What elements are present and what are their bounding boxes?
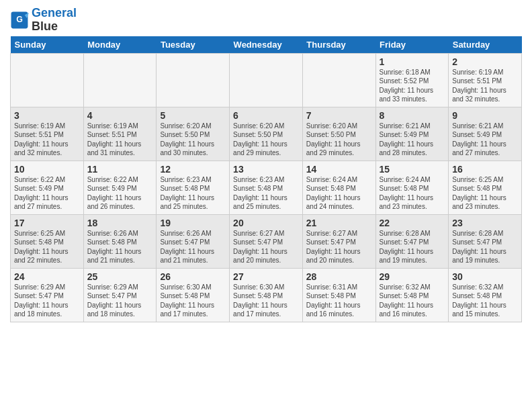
day-cell: 2Sunrise: 6:19 AM Sunset: 5:51 PM Daylig… [449,53,522,107]
day-number: 15 [380,164,445,175]
logo-icon: G [10,11,29,30]
day-info: Sunrise: 6:29 AM Sunset: 5:47 PM Dayligh… [87,283,153,319]
day-cell: 14Sunrise: 6:24 AM Sunset: 5:48 PM Dayli… [302,161,375,214]
logo: G General Blue [10,7,77,34]
day-number: 18 [87,218,153,228]
day-info: Sunrise: 6:20 AM Sunset: 5:50 PM Dayligh… [233,122,299,158]
day-cell: 20Sunrise: 6:27 AM Sunset: 5:47 PM Dayli… [230,214,303,268]
day-number: 21 [306,218,372,228]
day-info: Sunrise: 6:32 AM Sunset: 5:48 PM Dayligh… [452,283,518,319]
day-number: 25 [87,271,153,282]
day-info: Sunrise: 6:19 AM Sunset: 5:51 PM Dayligh… [87,122,153,158]
day-cell: 24Sunrise: 6:29 AM Sunset: 5:47 PM Dayli… [11,268,84,322]
day-cell: 18Sunrise: 6:26 AM Sunset: 5:48 PM Dayli… [83,214,157,268]
day-info: Sunrise: 6:24 AM Sunset: 5:48 PM Dayligh… [306,175,372,212]
day-number: 10 [14,164,80,175]
day-number: 1 [380,56,445,67]
day-number: 29 [380,271,445,282]
day-info: Sunrise: 6:18 AM Sunset: 5:52 PM Dayligh… [380,68,445,104]
day-info: Sunrise: 6:32 AM Sunset: 5:48 PM Dayligh… [380,283,445,319]
day-info: Sunrise: 6:22 AM Sunset: 5:49 PM Dayligh… [87,175,153,212]
week-row-2: 10Sunrise: 6:22 AM Sunset: 5:49 PM Dayli… [11,161,522,214]
week-row-1: 3Sunrise: 6:19 AM Sunset: 5:51 PM Daylig… [11,107,522,161]
day-info: Sunrise: 6:21 AM Sunset: 5:49 PM Dayligh… [380,122,445,158]
day-info: Sunrise: 6:26 AM Sunset: 5:48 PM Dayligh… [87,229,153,265]
day-info: Sunrise: 6:29 AM Sunset: 5:47 PM Dayligh… [14,283,80,319]
day-info: Sunrise: 6:23 AM Sunset: 5:48 PM Dayligh… [233,175,299,212]
day-cell [230,53,303,107]
header-tuesday: Tuesday [157,36,230,54]
day-info: Sunrise: 6:19 AM Sunset: 5:51 PM Dayligh… [452,68,518,104]
day-cell [83,53,157,107]
day-cell: 11Sunrise: 6:22 AM Sunset: 5:49 PM Dayli… [83,161,157,214]
day-info: Sunrise: 6:19 AM Sunset: 5:51 PM Dayligh… [14,122,80,158]
day-cell: 23Sunrise: 6:28 AM Sunset: 5:47 PM Dayli… [449,214,522,268]
day-number: 11 [87,164,153,175]
day-cell: 29Sunrise: 6:32 AM Sunset: 5:48 PM Dayli… [375,268,449,322]
day-cell: 17Sunrise: 6:25 AM Sunset: 5:48 PM Dayli… [11,214,84,268]
calendar-page: G General Blue SundayMondayTuesdayWednes… [0,0,532,329]
day-number: 28 [306,271,372,282]
day-number: 30 [452,271,518,282]
day-cell: 7Sunrise: 6:20 AM Sunset: 5:50 PM Daylig… [302,107,375,161]
header-row-days: SundayMondayTuesdayWednesdayThursdayFrid… [11,36,522,54]
day-cell: 16Sunrise: 6:25 AM Sunset: 5:48 PM Dayli… [449,161,522,214]
header-monday: Monday [83,36,157,54]
day-number: 9 [452,110,518,121]
day-cell: 22Sunrise: 6:28 AM Sunset: 5:47 PM Dayli… [375,214,449,268]
day-info: Sunrise: 6:26 AM Sunset: 5:47 PM Dayligh… [160,229,226,265]
day-info: Sunrise: 6:20 AM Sunset: 5:50 PM Dayligh… [306,122,372,158]
calendar-header: SundayMondayTuesdayWednesdayThursdayFrid… [11,36,522,54]
day-number: 19 [160,218,226,228]
day-number: 3 [14,110,80,121]
day-number: 14 [306,164,372,175]
day-cell: 5Sunrise: 6:20 AM Sunset: 5:50 PM Daylig… [157,107,230,161]
header-row: G General Blue [10,7,522,34]
day-number: 4 [87,110,153,121]
day-number: 2 [452,56,518,67]
day-cell: 28Sunrise: 6:31 AM Sunset: 5:48 PM Dayli… [302,268,375,322]
header-thursday: Thursday [302,36,375,54]
day-number: 22 [380,218,445,228]
day-cell [11,53,84,107]
day-number: 26 [160,271,226,282]
day-cell: 4Sunrise: 6:19 AM Sunset: 5:51 PM Daylig… [83,107,157,161]
day-number: 5 [160,110,226,121]
logo-text: General Blue [32,7,77,34]
day-info: Sunrise: 6:20 AM Sunset: 5:50 PM Dayligh… [160,122,226,158]
day-cell: 19Sunrise: 6:26 AM Sunset: 5:47 PM Dayli… [157,214,230,268]
day-info: Sunrise: 6:24 AM Sunset: 5:48 PM Dayligh… [380,175,445,212]
day-number: 24 [14,271,80,282]
day-info: Sunrise: 6:27 AM Sunset: 5:47 PM Dayligh… [233,229,299,265]
day-cell: 30Sunrise: 6:32 AM Sunset: 5:48 PM Dayli… [449,268,522,322]
day-cell: 3Sunrise: 6:19 AM Sunset: 5:51 PM Daylig… [11,107,84,161]
day-info: Sunrise: 6:30 AM Sunset: 5:48 PM Dayligh… [160,283,226,319]
header-sunday: Sunday [11,36,84,54]
day-info: Sunrise: 6:21 AM Sunset: 5:49 PM Dayligh… [452,122,518,158]
header-wednesday: Wednesday [230,36,303,54]
day-cell: 12Sunrise: 6:23 AM Sunset: 5:48 PM Dayli… [157,161,230,214]
day-number: 8 [380,110,445,121]
week-row-0: 1Sunrise: 6:18 AM Sunset: 5:52 PM Daylig… [11,53,522,107]
day-cell: 25Sunrise: 6:29 AM Sunset: 5:47 PM Dayli… [83,268,157,322]
day-cell: 10Sunrise: 6:22 AM Sunset: 5:49 PM Dayli… [11,161,84,214]
day-number: 7 [306,110,372,121]
day-cell [302,53,375,107]
day-number: 27 [233,271,299,282]
day-cell: 27Sunrise: 6:30 AM Sunset: 5:48 PM Dayli… [230,268,303,322]
day-cell: 13Sunrise: 6:23 AM Sunset: 5:48 PM Dayli… [230,161,303,214]
day-info: Sunrise: 6:31 AM Sunset: 5:48 PM Dayligh… [306,283,372,319]
day-info: Sunrise: 6:28 AM Sunset: 5:47 PM Dayligh… [380,229,445,265]
day-cell: 8Sunrise: 6:21 AM Sunset: 5:49 PM Daylig… [375,107,449,161]
day-cell: 21Sunrise: 6:27 AM Sunset: 5:47 PM Dayli… [302,214,375,268]
day-info: Sunrise: 6:23 AM Sunset: 5:48 PM Dayligh… [160,175,226,212]
day-cell: 15Sunrise: 6:24 AM Sunset: 5:48 PM Dayli… [375,161,449,214]
day-number: 17 [14,218,80,228]
header-saturday: Saturday [449,36,522,54]
day-cell: 6Sunrise: 6:20 AM Sunset: 5:50 PM Daylig… [230,107,303,161]
day-info: Sunrise: 6:25 AM Sunset: 5:48 PM Dayligh… [452,175,518,212]
day-number: 12 [160,164,226,175]
svg-text:G: G [16,15,23,24]
day-number: 6 [233,110,299,121]
day-info: Sunrise: 6:22 AM Sunset: 5:49 PM Dayligh… [14,175,80,212]
